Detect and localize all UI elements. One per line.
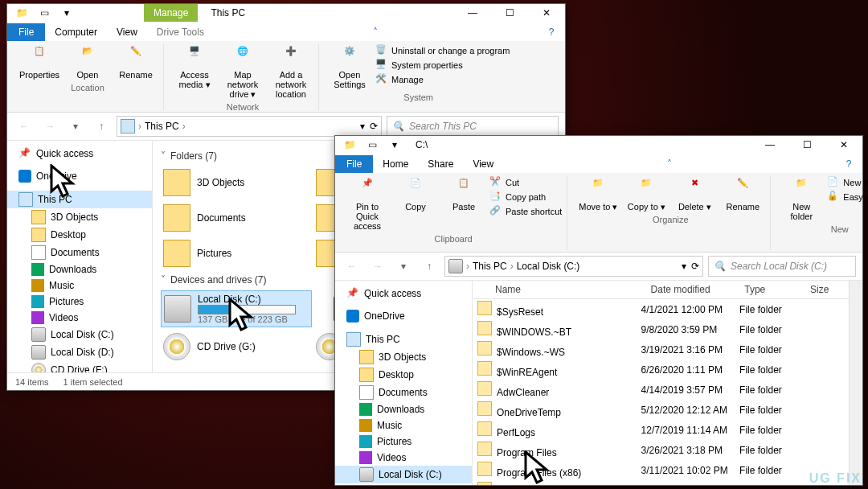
copy-path-button[interactable]: 📑Copy path: [489, 191, 562, 203]
recent-locations-button[interactable]: ▾: [393, 256, 414, 277]
rename-button[interactable]: ✏️Rename: [720, 176, 765, 213]
tree-item[interactable]: Downloads: [7, 261, 152, 277]
close-button[interactable]: ✕: [825, 134, 862, 156]
tree-item[interactable]: Documents: [335, 384, 472, 401]
tree-item[interactable]: 3D Objects: [335, 348, 472, 366]
tab-share[interactable]: Share: [418, 155, 463, 173]
nav-tree[interactable]: 📌Quick access OneDrive This PC 3D Object…: [7, 141, 153, 372]
tree-item[interactable]: CD Drive (F:): [7, 361, 152, 372]
tree-item[interactable]: Local Disk (C:): [7, 326, 152, 343]
context-tab-manage[interactable]: Manage: [144, 4, 198, 22]
tab-home[interactable]: Home: [373, 155, 418, 173]
tree-quick-access[interactable]: 📌Quick access: [335, 286, 472, 302]
col-type[interactable]: Type: [739, 284, 805, 295]
new-folder-button[interactable]: 📁New folder: [779, 176, 824, 223]
file-row[interactable]: $WINDOWS.~BT9/8/2020 3:59 PMFile folder: [473, 319, 849, 339]
tree-item[interactable]: Pictures: [7, 294, 152, 310]
tree-onedrive[interactable]: OneDrive: [335, 308, 472, 324]
tree-item[interactable]: Music: [7, 277, 152, 294]
tab-view[interactable]: View: [107, 23, 147, 41]
help-icon[interactable]: ?: [542, 23, 560, 41]
file-row[interactable]: PerfLogs12/7/2019 11:14 AMFile folder: [473, 420, 849, 440]
tree-item[interactable]: Desktop: [7, 226, 152, 244]
rename-button[interactable]: ✏️Rename: [113, 44, 158, 81]
tab-file[interactable]: File: [335, 155, 373, 173]
maximize-button[interactable]: ☐: [788, 134, 825, 156]
col-name[interactable]: Name: [473, 284, 646, 295]
folder-tile[interactable]: Documents: [161, 202, 294, 234]
drive-local-c[interactable]: Local Disk (C:) 137 GB free of 223 GB: [161, 290, 312, 327]
recent-locations-button[interactable]: ▾: [65, 116, 86, 137]
uninstall-button[interactable]: 🗑️Uninstall or change a program: [375, 44, 510, 57]
qat-item[interactable]: ▾: [57, 4, 76, 22]
tab-computer[interactable]: Computer: [45, 23, 107, 41]
drive-cd[interactable]: CD Drive (G:): [161, 331, 294, 363]
copy-to-button[interactable]: 📁Copy to ▾: [624, 176, 669, 213]
close-button[interactable]: ✕: [528, 2, 565, 24]
refresh-button[interactable]: ⟳: [691, 261, 699, 272]
file-row[interactable]: ProgramData3/4/2021 9:45 PMFile folder: [473, 480, 849, 485]
column-headers[interactable]: Name Date modified Type Size: [473, 281, 849, 299]
help-icon[interactable]: ?: [840, 155, 858, 173]
system-properties-button[interactable]: 🖥️System properties: [375, 59, 510, 72]
tree-item[interactable]: Documents: [7, 244, 152, 261]
breadcrumb[interactable]: This PC: [145, 121, 179, 132]
back-button[interactable]: ←: [14, 116, 35, 137]
copy-button[interactable]: 📄Copy: [393, 176, 438, 232]
file-row[interactable]: Program Files (x86)3/11/2021 10:02 PMFil…: [473, 460, 849, 480]
tree-item[interactable]: Downloads: [335, 401, 472, 417]
tree-item[interactable]: Videos: [7, 310, 152, 326]
file-row[interactable]: $WinREAgent6/26/2020 1:11 PMFile folder: [473, 360, 849, 380]
file-row[interactable]: $SysReset4/1/2021 12:00 PMFile folder: [473, 299, 849, 319]
folder-tile[interactable]: 3D Objects: [161, 166, 294, 199]
tree-item[interactable]: Videos: [335, 450, 472, 466]
dropdown-icon[interactable]: ▾: [682, 261, 686, 272]
refresh-button[interactable]: ⟳: [370, 121, 378, 132]
dropdown-icon[interactable]: ▾: [360, 121, 365, 132]
pin-button[interactable]: 📌Pin to Quick access: [345, 176, 390, 232]
delete-button[interactable]: ✖Delete ▾: [672, 176, 717, 213]
file-row[interactable]: OneDriveTemp5/12/2020 12:12 AMFile folde…: [473, 400, 849, 420]
scrollbar[interactable]: [849, 281, 862, 485]
minimize-button[interactable]: —: [454, 2, 491, 24]
move-to-button[interactable]: 📁Move to ▾: [575, 176, 620, 213]
ribbon-collapse-icon[interactable]: ˄: [661, 155, 678, 173]
open-settings-button[interactable]: ⚙️Open Settings: [327, 44, 372, 91]
forward-button[interactable]: →: [39, 116, 60, 137]
properties-button[interactable]: 📋Properties: [17, 44, 62, 81]
col-size[interactable]: Size: [805, 284, 849, 295]
tab-drive-tools[interactable]: Drive Tools: [147, 23, 214, 41]
tree-this-pc[interactable]: This PC: [335, 331, 472, 348]
paste-shortcut-button[interactable]: 🔗Paste shortcut: [489, 205, 562, 218]
qat-item[interactable]: ▭: [35, 4, 54, 22]
file-row[interactable]: Program Files3/26/2021 3:18 PMFile folde…: [473, 440, 849, 460]
tree-this-pc[interactable]: This PC: [7, 191, 152, 208]
minimize-button[interactable]: —: [751, 134, 788, 156]
up-button[interactable]: ↑: [91, 116, 112, 137]
tree-item[interactable]: Local Disk (C:): [335, 466, 472, 483]
breadcrumb[interactable]: This PC: [473, 261, 507, 272]
tree-quick-access[interactable]: 📌Quick access: [7, 146, 152, 162]
tree-onedrive[interactable]: OneDrive: [7, 168, 152, 184]
tree-item[interactable]: Pictures: [335, 434, 472, 450]
add-network-button[interactable]: ➕Add a network location: [268, 44, 313, 101]
manage-button[interactable]: 🛠️Manage: [375, 73, 510, 86]
tab-file[interactable]: File: [7, 23, 45, 41]
file-row[interactable]: AdwCleaner4/14/2019 3:57 PMFile folder: [473, 380, 849, 400]
back-button[interactable]: ←: [342, 256, 362, 277]
tree-item[interactable]: Local Disk (D:): [7, 343, 152, 361]
folder-tile[interactable]: Pictures: [161, 237, 294, 269]
file-list[interactable]: Name Date modified Type Size $SysReset4/…: [473, 281, 849, 485]
open-button[interactable]: 📂Open: [65, 44, 110, 81]
new-item-button[interactable]: 📄New item ▾: [827, 176, 868, 189]
access-media-button[interactable]: 🖥️Access media ▾: [172, 44, 217, 101]
address-bar[interactable]: › This PC › ▾ ⟳: [117, 116, 382, 137]
search-input[interactable]: 🔍 Search This PC: [387, 116, 559, 137]
tree-item[interactable]: Desktop: [335, 366, 472, 384]
map-drive-button[interactable]: 🌐Map network drive ▾: [220, 44, 265, 101]
address-bar[interactable]: › This PC › Local Disk (C:) ▾ ⟳: [444, 256, 703, 277]
cut-button[interactable]: ✂️Cut: [489, 176, 562, 189]
breadcrumb[interactable]: Local Disk (C:): [517, 261, 580, 272]
paste-button[interactable]: 📋Paste: [441, 176, 486, 232]
maximize-button[interactable]: ☐: [491, 2, 528, 24]
